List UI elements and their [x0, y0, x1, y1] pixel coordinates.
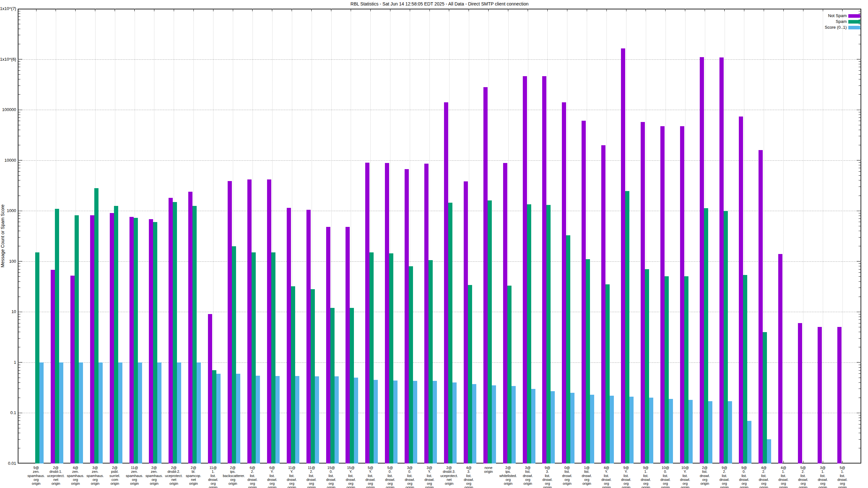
bar-not-spam [90, 215, 94, 463]
bar-not-spam [444, 102, 448, 463]
legend-label: Not Spam [828, 13, 847, 18]
x-group-label: 11@ 1. list. dnswl. org origin [203, 466, 223, 488]
y-major-tick [18, 413, 22, 413]
bar-not-spam [562, 102, 566, 463]
bar-score [551, 391, 555, 463]
bar-spam [429, 260, 433, 463]
y-minor-tick [859, 213, 861, 213]
y-minor-tick [859, 115, 861, 115]
x-group-label: 4@ 3. list. dnswl. org origin [459, 466, 479, 488]
x-tick [154, 9, 154, 11]
bar-score [335, 376, 339, 463]
y-minor-tick [18, 17, 20, 17]
y-minor-tick [859, 118, 861, 118]
y-minor-tick [859, 219, 861, 219]
bar-spam [389, 253, 393, 463]
y-tick-label: 100000 [0, 107, 16, 112]
y-minor-tick [859, 373, 861, 374]
y-minor-tick [859, 338, 861, 338]
bar-score [629, 397, 633, 463]
y-minor-tick [859, 297, 861, 297]
bar-not-spam [582, 121, 586, 463]
bar-not-spam [523, 76, 527, 463]
y-minor-tick [18, 74, 20, 74]
y-minor-tick [18, 125, 20, 125]
bar-not-spam [326, 227, 330, 463]
y-minor-tick [859, 266, 861, 266]
x-tick [685, 9, 685, 11]
bar-spam [586, 259, 590, 463]
bar-score [39, 362, 43, 463]
y-minor-tick [859, 168, 861, 168]
y-minor-tick [18, 130, 20, 130]
x-group-label: 5@ Y. list. dnswl. org origin [361, 466, 380, 488]
y-minor-tick [18, 79, 20, 79]
bar-spam [35, 252, 39, 463]
y-minor-tick [18, 29, 20, 29]
y-minor-tick [18, 61, 20, 62]
y-tick-label: 1000 [0, 208, 16, 213]
plot-area [18, 9, 861, 463]
y-minor-tick [18, 115, 20, 115]
x-group-label: 10@ 0. list. dnswl. org origin [655, 466, 676, 488]
y-minor-tick [18, 269, 20, 269]
bar-score [216, 374, 221, 463]
y-minor-tick [859, 314, 861, 314]
y-minor-tick [18, 231, 20, 231]
bar-spam [724, 211, 728, 463]
x-group-label: 9@ 0. list. dnswl. org origin [734, 466, 754, 488]
x-tick [351, 9, 351, 11]
bar-not-spam [247, 180, 252, 463]
bar-spam [606, 284, 610, 463]
y-minor-tick [18, 317, 20, 317]
y-gridline [18, 160, 861, 161]
bar-spam [94, 188, 98, 463]
y-minor-tick [18, 24, 20, 24]
y-minor-tick [18, 448, 20, 448]
bar-spam [271, 252, 275, 463]
y-minor-tick [18, 11, 20, 11]
bar-score [275, 376, 280, 463]
x-tick [174, 9, 174, 11]
bar-spam [350, 308, 354, 463]
bar-spam [134, 218, 138, 463]
x-tick [469, 9, 469, 11]
x-tick [842, 461, 842, 463]
y-minor-tick [859, 323, 861, 323]
y-minor-tick [18, 367, 20, 368]
y-minor-tick [18, 226, 20, 226]
y-tick-label: 10000 [0, 158, 16, 163]
y-minor-tick [18, 118, 20, 118]
y-minor-tick [859, 79, 861, 79]
bar-not-spam [287, 208, 291, 463]
bar-score [747, 421, 751, 463]
y-minor-tick [18, 216, 20, 216]
x-tick [449, 9, 449, 11]
y-minor-tick [859, 421, 861, 421]
rbl-statistics-chart: RBL Statistics - Sat Jun 14 12:58:05 EDT… [0, 0, 868, 488]
y-major-tick [857, 362, 861, 362]
y-minor-tick [18, 323, 20, 323]
y-minor-tick [859, 288, 861, 288]
bar-not-spam [484, 87, 488, 463]
bar-not-spam [51, 270, 55, 463]
bar-score [610, 396, 614, 463]
x-tick [803, 461, 803, 463]
y-minor-tick [859, 347, 861, 347]
x-tick [567, 9, 567, 11]
bar-score [138, 362, 142, 463]
x-tick [823, 9, 823, 11]
bar-not-spam [228, 181, 232, 463]
legend-label: Score (0..1) [825, 25, 847, 30]
y-minor-tick [859, 125, 861, 125]
bar-not-spam [817, 327, 822, 463]
x-tick [508, 9, 508, 11]
x-tick [528, 9, 528, 11]
y-minor-tick [18, 64, 20, 64]
bar-spam [55, 209, 59, 463]
bar-not-spam [70, 275, 74, 463]
y-major-tick [857, 9, 861, 9]
y-minor-tick [859, 175, 861, 175]
y-major-tick [18, 312, 22, 312]
y-minor-tick [18, 421, 20, 421]
